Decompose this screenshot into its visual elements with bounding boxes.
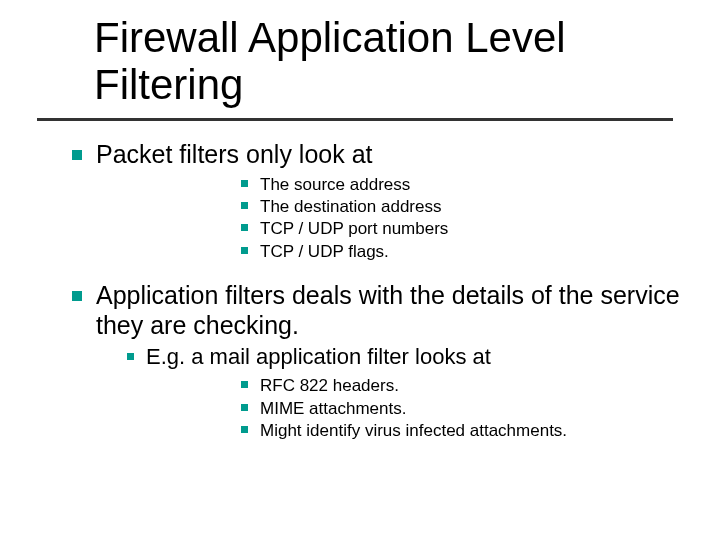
bullet-level-2: TCP / UDP port numbers bbox=[60, 218, 680, 240]
title-underline bbox=[37, 118, 673, 121]
bullet-cell bbox=[60, 196, 248, 209]
bullet-text: E.g. a mail application filter looks at bbox=[134, 344, 680, 371]
bullet-text: The destination address bbox=[248, 196, 680, 218]
bullet-cell bbox=[60, 375, 248, 388]
bullet-cell bbox=[60, 140, 82, 160]
square-bullet-icon bbox=[241, 426, 248, 433]
bullet-text: Packet filters only look at bbox=[82, 140, 680, 170]
bullet-cell bbox=[60, 241, 248, 254]
bullet-level-2: The destination address bbox=[60, 196, 680, 218]
bullet-cell bbox=[60, 281, 82, 301]
bullet-level-1: Packet filters only look at bbox=[60, 140, 680, 170]
bullet-cell bbox=[60, 420, 248, 433]
sub-sub-bullets-group: RFC 822 headers. MIME attachments. Might… bbox=[60, 375, 680, 442]
bullet-level-2: TCP / UDP flags. bbox=[60, 241, 680, 263]
bullet-text: Application filters deals with the detai… bbox=[82, 281, 680, 340]
bullet-level-2: E.g. a mail application filter looks at bbox=[60, 344, 680, 371]
bullet-text: RFC 822 headers. bbox=[248, 375, 680, 397]
bullet-level-1: Application filters deals with the detai… bbox=[60, 281, 680, 340]
slide: Firewall Application Level Filtering Pac… bbox=[0, 0, 720, 540]
bullet-level-3: RFC 822 headers. bbox=[60, 375, 680, 397]
title-line-1: Firewall Application Level bbox=[94, 14, 566, 61]
bullet-text: The source address bbox=[248, 174, 680, 196]
square-bullet-icon bbox=[241, 224, 248, 231]
bullet-level-2: The source address bbox=[60, 174, 680, 196]
sub-bullets-group: The source address The destination addre… bbox=[60, 174, 680, 264]
bullet-cell bbox=[60, 344, 134, 360]
square-bullet-icon bbox=[241, 180, 248, 187]
slide-body: Packet filters only look at The source a… bbox=[60, 140, 680, 442]
square-bullet-icon bbox=[241, 404, 248, 411]
square-bullet-icon bbox=[72, 291, 82, 301]
bullet-text: TCP / UDP port numbers bbox=[248, 218, 680, 240]
title-line-2: Filtering bbox=[94, 61, 566, 108]
bullet-text: TCP / UDP flags. bbox=[248, 241, 680, 263]
bullet-cell bbox=[60, 218, 248, 231]
bullet-text: Might identify virus infected attachment… bbox=[248, 420, 680, 442]
bullet-cell bbox=[60, 398, 248, 411]
bullet-cell bbox=[60, 174, 248, 187]
square-bullet-icon bbox=[241, 381, 248, 388]
square-bullet-icon bbox=[72, 150, 82, 160]
bullet-level-3: MIME attachments. bbox=[60, 398, 680, 420]
square-bullet-icon bbox=[241, 202, 248, 209]
bullet-level-3: Might identify virus infected attachment… bbox=[60, 420, 680, 442]
square-bullet-icon bbox=[241, 247, 248, 254]
square-bullet-icon bbox=[127, 353, 134, 360]
slide-title: Firewall Application Level Filtering bbox=[94, 14, 566, 108]
bullet-text: MIME attachments. bbox=[248, 398, 680, 420]
